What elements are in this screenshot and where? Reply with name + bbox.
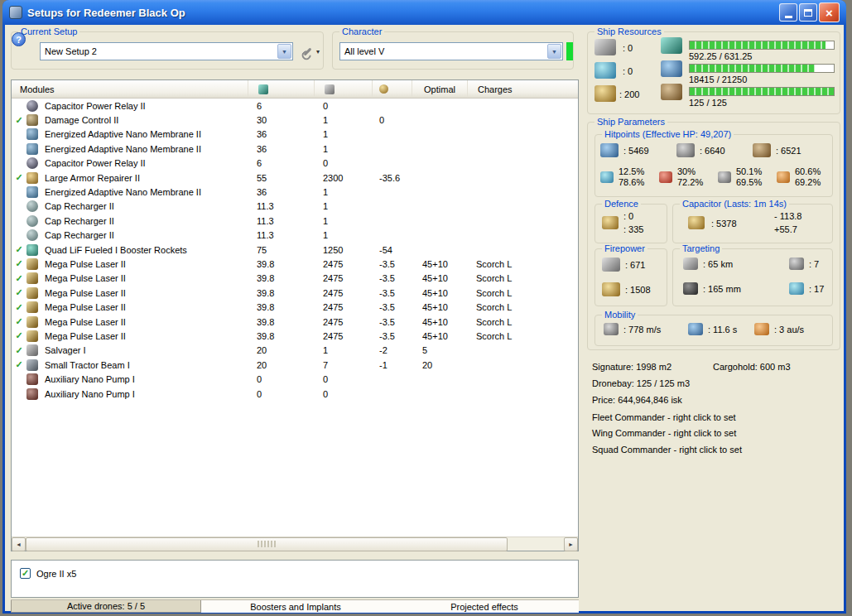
module-row[interactable]: Capacitor Power Relay II60 — [12, 99, 578, 113]
max-targets-icon — [789, 257, 804, 270]
modules-list: Capacitor Power Relay II60✓Damage Contro… — [12, 99, 578, 537]
module-row[interactable]: ✓Mega Pulse Laser II39.82475-3.545+10Sco… — [12, 300, 578, 314]
character-select[interactable]: All level V ▼ — [339, 42, 563, 60]
tab-boosters-and-implants[interactable]: Boosters and Implants — [201, 600, 390, 613]
scroll-right-arrow-icon[interactable]: ► — [564, 537, 578, 551]
scroll-left-arrow-icon[interactable]: ◄ — [12, 537, 26, 551]
module-cpu-value: 6 — [248, 101, 315, 111]
module-name: Salvager I — [43, 345, 248, 355]
tab-projected-effects[interactable]: Projected effects — [390, 600, 579, 613]
setup-select[interactable]: New Setup 2 ▼ — [40, 42, 293, 60]
module-pg-value: 0 — [315, 374, 373, 384]
module-row[interactable]: Energized Adaptive Nano Membrane II361 — [12, 128, 578, 142]
module-cap-value: -3.5 — [373, 273, 412, 283]
powergrid-bar-value: 18415 / 21250 — [689, 75, 747, 84]
wing-commander-text[interactable]: Wing Commander - right click to set — [592, 428, 736, 438]
tab-active-drones[interactable]: Active drones: 5 / 5 — [11, 600, 201, 613]
minimize-button[interactable] — [779, 3, 797, 22]
firepower-group: Firepower : 671 : 1508 — [594, 248, 667, 306]
module-row[interactable]: Cap Recharger II11.31 — [12, 200, 578, 214]
module-row[interactable]: Cap Recharger II11.31 — [12, 229, 578, 243]
max-velocity-value: : 778 m/s — [623, 325, 661, 334]
module-row[interactable]: Energized Adaptive Nano Membrane II361 — [12, 185, 578, 199]
pulse-laser-icon — [26, 301, 38, 313]
module-charge-value: Scorch L — [468, 273, 578, 283]
module-pg-value: 1 — [315, 115, 373, 125]
powergrid-column-icon — [325, 84, 335, 94]
module-row[interactable]: ✓Mega Pulse Laser II39.82475-3.545+10Sco… — [12, 315, 578, 329]
max-targets-value: : 7 — [809, 259, 819, 269]
scrollbar-thumb[interactable] — [26, 537, 508, 551]
cap-recharger-icon — [26, 215, 38, 227]
active-check-icon: ✓ — [12, 316, 26, 327]
titlebar[interactable]: Setups for Redeemer Black Op × — [2, 0, 846, 25]
cpu-column-header[interactable] — [248, 80, 315, 98]
horizontal-scrollbar[interactable]: ◄ ► — [12, 537, 578, 551]
module-row[interactable]: Capacitor Power Relay II60 — [12, 156, 578, 171]
ship-resources-group: Ship Resources : 0 : 0 : 200 592.25 / 63… — [587, 31, 840, 114]
module-cpu-value: 39.8 — [248, 288, 315, 298]
sensor-strength-icon — [789, 282, 804, 295]
module-pg-value: 2475 — [315, 302, 373, 312]
capacitor-column-header[interactable] — [373, 80, 412, 98]
calibration-value: : 200 — [619, 89, 639, 99]
module-row[interactable]: Cap Recharger II11.31 — [12, 214, 578, 228]
cpu-icon — [661, 37, 682, 54]
module-cpu-value: 39.8 — [248, 317, 315, 327]
help-icon[interactable]: ? — [12, 32, 26, 46]
module-optimal-value: 45+10 — [412, 273, 468, 283]
module-row[interactable]: ✓Mega Pulse Laser II39.82475-3.545+10Sco… — [12, 286, 578, 300]
scrollbar-track[interactable] — [26, 537, 564, 551]
active-check-icon: ✓ — [12, 172, 26, 183]
squad-commander-text[interactable]: Squad Commander - right click to set — [592, 445, 742, 455]
character-select-arrow-icon[interactable]: ▼ — [547, 44, 561, 59]
optimal-column-header[interactable]: Optimal — [412, 80, 468, 98]
maximize-button[interactable] — [799, 3, 817, 22]
module-row[interactable]: Energized Adaptive Nano Membrane II361 — [12, 142, 578, 156]
module-pg-value: 7 — [315, 360, 373, 370]
setup-tools-button[interactable]: ▾ — [296, 42, 326, 60]
module-row[interactable]: ✓Mega Pulse Laser II39.82475-3.545+10Sco… — [12, 272, 578, 286]
module-cpu-value: 0 — [248, 389, 315, 399]
explosive-shield-resist: 60.6% — [795, 166, 821, 177]
module-row[interactable]: ✓Quad LiF Fueled I Booster Rockets751250… — [12, 243, 578, 257]
module-row[interactable]: ✓Small Tractor Beam I207-120 — [12, 358, 578, 372]
modules-column-header[interactable]: Modules — [12, 80, 248, 98]
module-cpu-value: 55 — [248, 173, 315, 183]
thermal-armor-resist: 72.2% — [677, 177, 703, 188]
module-cpu-value: 39.8 — [248, 259, 315, 269]
powergrid-column-header[interactable] — [315, 80, 373, 98]
align-time-value: : 11.6 s — [708, 325, 737, 334]
minimize-icon — [785, 16, 792, 18]
close-button[interactable]: × — [819, 2, 840, 22]
module-name: Energized Adaptive Nano Membrane II — [43, 144, 248, 154]
structure-hp-value: : 6521 — [776, 146, 801, 156]
module-cpu-value: 20 — [248, 345, 315, 355]
charges-column-header[interactable]: Charges — [468, 80, 578, 98]
ship-parameters-group: Ship Parameters Hitpoints (Effective HP:… — [587, 122, 840, 350]
fleet-commander-text[interactable]: Fleet Commander - right click to set — [592, 412, 736, 422]
ship-resources-label: Ship Resources — [594, 26, 664, 36]
targeting-label: Targeting — [680, 243, 722, 253]
module-row[interactable]: Auxiliary Nano Pump I00 — [12, 387, 578, 401]
module-charge-value: Scorch L — [468, 288, 578, 298]
capacitor-label: Capacitor (Lasts: 1m 14s) — [680, 199, 789, 209]
module-pg-value: 1 — [315, 129, 373, 139]
module-name: Damage Control II — [43, 115, 248, 125]
tools-icon — [304, 47, 312, 55]
cpu-column-icon — [258, 84, 268, 94]
scrollbar-grip — [258, 541, 276, 547]
module-row[interactable]: ✓Salvager I201-25 — [12, 344, 578, 358]
setup-select-arrow-icon[interactable]: ▼ — [277, 44, 291, 59]
targeting-range-icon — [683, 257, 698, 270]
module-row[interactable]: ✓Mega Pulse Laser II39.82475-3.545+10Sco… — [12, 329, 578, 343]
drone-checkbox[interactable]: ✓ — [20, 568, 31, 579]
module-row[interactable]: ✓Mega Pulse Laser II39.82475-3.545+10Sco… — [12, 257, 578, 271]
turret-dps-icon — [602, 257, 620, 272]
warp-speed-icon — [754, 323, 769, 335]
module-row[interactable]: ✓Damage Control II3010 — [12, 113, 578, 127]
shield-hp-value: : 5469 — [623, 146, 649, 156]
module-cap-value: 0 — [373, 115, 412, 125]
module-row[interactable]: ✓Large Armor Repairer II552300-35.6 — [12, 171, 578, 185]
module-row[interactable]: Auxiliary Nano Pump I00 — [12, 372, 578, 386]
